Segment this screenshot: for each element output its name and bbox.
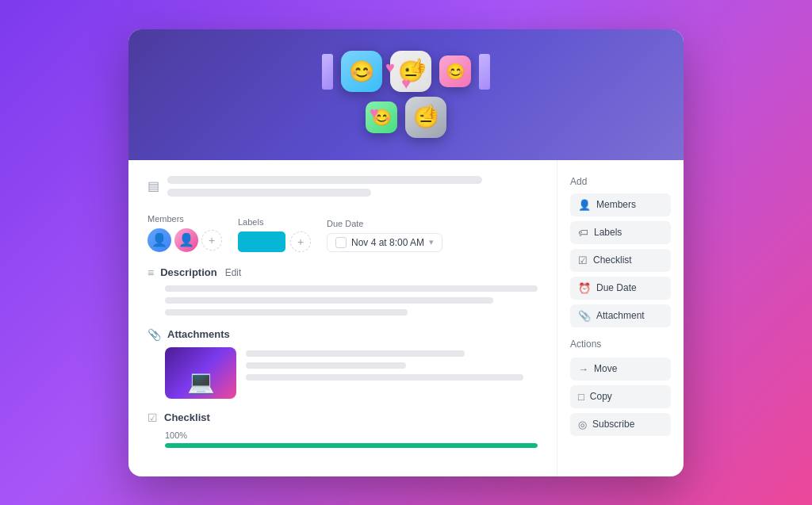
add-due-date-button[interactable]: ⏰ Due Date [570,277,671,300]
checklist-section: ☑ Checklist 100% [147,411,538,448]
title-line-2 [167,189,371,197]
add-labels-button[interactable]: 🏷 Labels [570,221,671,244]
meta-row: Members 👤 👤 + Labels + [147,214,538,252]
members-avatars: 👤 👤 + [147,228,222,252]
avatar-1[interactable]: 👤 [147,228,171,252]
attachment-line-1 [246,350,465,357]
attachment-line-2 [246,362,406,369]
emoji-smiley-blue: 😊 [341,51,382,92]
chevron-down-icon: ▾ [429,237,434,247]
card-sidebar: Add 👤 Members 🏷 Labels ☑ Checklist ⏰ Due… [557,160,684,476]
heart-icon-3: ♥ [401,75,411,93]
due-date-input[interactable]: Nov 4 at 8:00 AM ▾ [327,233,442,252]
add-labels-label: Labels [594,227,622,238]
add-member-button[interactable]: + [201,230,222,251]
header-illustration: ♥ ♥ ♥ 👍 👍 😊 😐 😊 😊 😑 [322,51,490,138]
description-icon: ≡ [147,266,154,279]
labels-label: Labels [238,217,311,227]
labels-group: Labels + [238,217,311,252]
members-group: Members 👤 👤 + [147,214,222,252]
attachment-content [147,347,538,399]
emoji-smiley-pink: 😊 [439,55,471,87]
person-icon: 👤 [578,199,591,211]
title-section: ▤ [147,176,538,201]
add-members-button[interactable]: 👤 Members [570,193,671,216]
heart-icon-1: ♥ [385,59,395,77]
checklist-icon: ☑ [147,411,158,424]
clock-icon: ⏰ [578,282,591,294]
checklist-title: Checklist [164,411,210,423]
description-title: Description [160,266,217,278]
attachment-thumbnail[interactable] [165,347,236,399]
desc-line-2 [165,297,493,304]
card-container: ♥ ♥ ♥ 👍 👍 😊 😐 😊 😊 😑 ▤ [128,29,684,476]
attachments-section: 📎 Attachments [147,328,538,399]
subscribe-icon: ◎ [578,419,587,430]
add-members-label: Members [596,199,636,210]
actions-section-title: Actions [570,339,671,350]
desc-line-1 [165,285,538,292]
card-header: ♥ ♥ ♥ 👍 👍 😊 😐 😊 😊 😑 [128,29,684,160]
thumbs-up-icon-1: 👍 [409,57,427,75]
description-section: ≡ Description Edit [147,266,538,316]
copy-button[interactable]: □ Copy [570,385,671,408]
add-label-button[interactable]: + [290,231,311,252]
label-icon: 🏷 [578,227,588,239]
attachments-header: 📎 Attachments [147,328,538,341]
desc-line-3 [165,309,408,316]
attachment-lines [246,347,538,386]
move-button[interactable]: → Move [570,358,671,381]
card-main: ▤ Members 👤 👤 + [128,160,557,476]
candle-right [479,54,490,90]
checklist-bar: 100% [147,430,538,448]
subscribe-button[interactable]: ◎ Subscribe [570,413,671,436]
title-line-1 [167,176,482,184]
avatar-2[interactable]: 👤 [174,228,198,252]
attachment-icon: 📎 [147,328,161,341]
labels-row: + [238,231,311,252]
add-due-date-label: Due Date [596,282,637,293]
sidebar-divider: Actions [570,339,671,350]
due-date-checkbox[interactable] [335,237,347,248]
card-body: ▤ Members 👤 👤 + [128,160,684,476]
move-icon: → [578,363,588,375]
checklist-sidebar-icon: ☑ [578,254,588,266]
due-date-value: Nov 4 at 8:00 AM [351,237,424,248]
thumbs-up-icon-2: 👍 [421,103,439,121]
description-header: ≡ Description Edit [147,266,538,279]
add-attachment-button[interactable]: 📎 Attachment [570,304,671,327]
checklist-header: ☑ Checklist [147,411,538,424]
heart-icon-2: ♥ [370,104,379,122]
label-swatch-cyan[interactable] [238,231,285,252]
attachment-sidebar-icon: 📎 [578,310,591,322]
copy-icon: □ [578,391,584,403]
add-checklist-label: Checklist [593,254,632,266]
members-label: Members [147,214,222,224]
attachment-line-3 [246,374,523,381]
checklist-percent: 100% [165,430,538,440]
move-label: Move [594,363,617,374]
attachments-title: Attachments [167,328,230,340]
add-checklist-button[interactable]: ☑ Checklist [570,249,671,272]
add-section-title: Add [570,176,671,187]
title-lines [167,176,538,201]
due-date-group: Due Date Nov 4 at 8:00 AM ▾ [327,219,442,252]
copy-label: Copy [590,391,612,402]
progress-fill [165,443,538,448]
add-attachment-label: Attachment [596,310,645,321]
description-lines [147,285,538,316]
subscribe-label: Subscribe [592,419,634,430]
candle-left [322,54,333,90]
description-edit-button[interactable]: Edit [225,267,242,278]
card-title-icon: ▤ [147,178,159,193]
due-date-label: Due Date [327,219,442,228]
progress-track [165,443,538,448]
